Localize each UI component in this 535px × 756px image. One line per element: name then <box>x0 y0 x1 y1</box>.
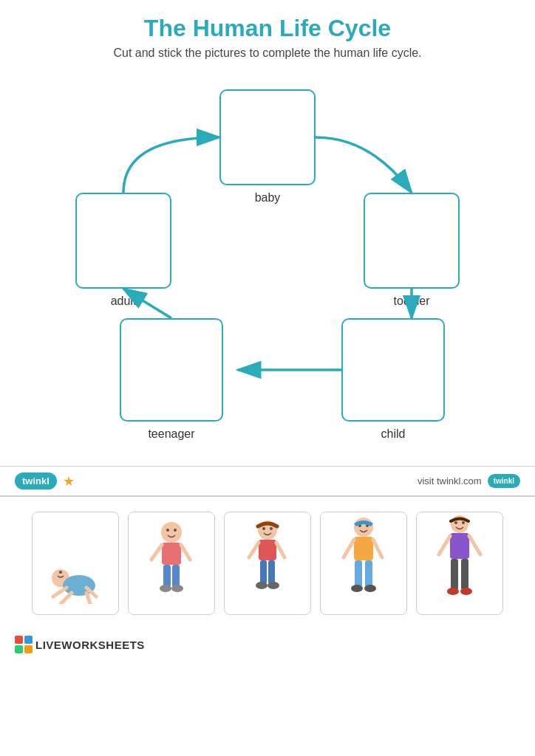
footer-bar: twinkl ★ visit twinkl.com twinkl <box>0 466 535 495</box>
svg-point-20 <box>262 527 265 530</box>
label-toddler: toddler <box>364 295 460 308</box>
footer-left: twinkl ★ <box>15 472 75 489</box>
cycle-box-toddler <box>364 193 460 289</box>
svg-point-8 <box>59 571 62 574</box>
svg-rect-36 <box>365 560 372 587</box>
lws-sq-yellow <box>24 645 33 653</box>
label-child: child <box>341 427 445 441</box>
svg-rect-22 <box>259 540 276 560</box>
svg-point-29 <box>354 518 373 537</box>
svg-point-28 <box>268 582 279 589</box>
cycle-box-teenager <box>120 318 223 422</box>
svg-point-48 <box>460 588 472 595</box>
image-card-3[interactable] <box>224 512 311 615</box>
figure-5 <box>417 512 502 614</box>
svg-line-34 <box>373 540 382 557</box>
svg-line-7 <box>86 593 90 604</box>
liveworksheets-footer: LIVEWORKSHEETS <box>0 630 535 662</box>
image-card-2[interactable] <box>128 512 215 615</box>
figure-4 <box>321 512 406 614</box>
lws-sq-blue <box>24 636 33 644</box>
svg-point-47 <box>447 588 459 595</box>
svg-point-17 <box>160 585 171 592</box>
svg-point-37 <box>351 585 363 592</box>
figure-2 <box>129 512 214 614</box>
page-wrapper: The Human Life Cycle Cut and stick the p… <box>0 0 535 662</box>
svg-rect-12 <box>162 543 181 565</box>
svg-line-14 <box>181 545 190 560</box>
cycle-box-baby <box>219 89 316 185</box>
svg-rect-16 <box>172 565 180 587</box>
subtitle: Cut and stick the pictures to complete t… <box>30 47 505 60</box>
figure-1 <box>33 512 118 614</box>
image-card-1[interactable] <box>32 512 119 615</box>
lws-sq-red <box>15 636 23 644</box>
label-teenager: teenager <box>120 427 223 441</box>
images-section <box>0 497 535 630</box>
svg-rect-15 <box>163 565 171 587</box>
svg-point-27 <box>256 582 268 589</box>
twinkl-logo-small: twinkl <box>488 474 520 488</box>
worksheet-section: The Human Life Cycle Cut and stick the p… <box>0 0 535 458</box>
svg-line-33 <box>344 540 354 557</box>
svg-rect-45 <box>451 559 458 590</box>
svg-line-24 <box>276 543 284 557</box>
main-title: The Human Life Cycle <box>30 15 505 42</box>
cycle-box-adult <box>75 193 171 289</box>
lws-text: LIVEWORKSHEETS <box>35 639 145 651</box>
cycle-box-child <box>341 318 445 422</box>
svg-rect-35 <box>355 560 362 587</box>
svg-rect-26 <box>268 560 275 584</box>
svg-line-44 <box>469 536 480 554</box>
images-row <box>15 512 520 615</box>
footer-right: visit twinkl.com twinkl <box>418 474 520 488</box>
label-baby: baby <box>219 191 316 205</box>
svg-line-23 <box>249 543 259 557</box>
svg-line-43 <box>439 536 450 554</box>
svg-point-11 <box>174 529 177 532</box>
svg-line-6 <box>61 593 72 604</box>
star-icon: ★ <box>63 473 75 489</box>
svg-point-38 <box>364 585 376 592</box>
svg-line-13 <box>151 545 162 560</box>
svg-point-21 <box>270 527 273 530</box>
svg-point-9 <box>161 522 182 543</box>
lws-sq-green <box>15 645 23 653</box>
cycle-diagram: baby toddler child teenager adult <box>53 82 482 451</box>
image-card-5[interactable] <box>416 512 503 615</box>
svg-point-41 <box>462 521 465 524</box>
lws-logo: LIVEWORKSHEETS <box>15 636 145 653</box>
svg-rect-25 <box>260 560 267 584</box>
twinkl-badge: twinkl <box>15 472 57 489</box>
image-card-4[interactable] <box>320 512 407 615</box>
svg-point-10 <box>166 529 169 532</box>
lws-squares-icon <box>15 636 33 653</box>
svg-point-18 <box>171 585 183 592</box>
svg-rect-42 <box>450 533 469 559</box>
figure-3 <box>225 512 310 614</box>
svg-point-40 <box>454 521 457 524</box>
svg-rect-46 <box>461 559 468 590</box>
svg-rect-32 <box>354 537 373 560</box>
svg-line-4 <box>53 588 67 597</box>
visit-text: visit twinkl.com <box>418 475 482 487</box>
label-adult: adult <box>75 295 171 308</box>
